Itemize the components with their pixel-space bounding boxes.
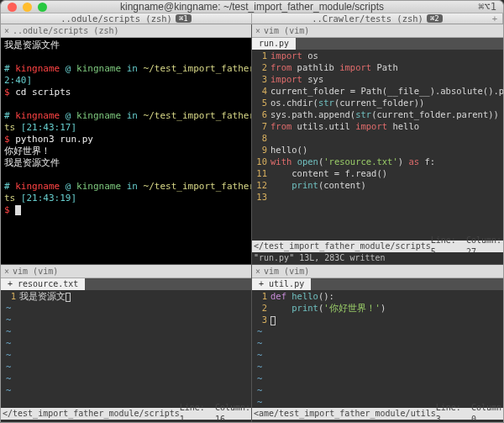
window-title: kingname@kingname: ~/test_import_father_… [1, 1, 503, 13]
tab-strip: ..odule/scripts (zsh) ⌘1 ..Crawler/tests… [1, 13, 503, 24]
code-area[interactable]: 1我是资源文 ~ ~ ~ ~ ~ ~ ~ ~ [1, 290, 251, 408]
cursor-icon [15, 205, 21, 215]
shortcut-label: ⌘⌥1 [478, 1, 496, 13]
buffer-tabs: + resource.txt [1, 278, 251, 290]
pane-bottom-left: × vim (vim) + resource.txt 1我是资源文 ~ ~ ~ … [1, 265, 252, 423]
traffic-lights [8, 3, 47, 12]
pane-top-left: × ..odule/scripts (zsh) 我是资源文件 # kingnam… [1, 24, 252, 265]
terminal-window: kingname@kingname: ~/test_import_father_… [0, 0, 504, 423]
titlebar[interactable]: kingname@kingname: ~/test_import_father_… [1, 1, 503, 13]
close-pane-icon[interactable]: × [255, 267, 260, 276]
pane-top-right: × vim (vim) run.py 1import os 2from path… [252, 24, 503, 265]
status-line: </test_import_father_module/scriptsLine:… [1, 408, 251, 420]
editor[interactable]: run.py 1import os 2from pathlib import P… [252, 38, 503, 264]
terminal-output[interactable]: 我是资源文件 # kingname @ kingname in ~/test_i… [1, 38, 251, 264]
buffer-tab[interactable]: + util.py [252, 278, 311, 290]
tab-badge: ⌘1 [176, 14, 192, 23]
message-line: "run.py" 13L, 283C written [252, 252, 503, 264]
code-area[interactable]: 1def hello(): 2 print('你好世界！') 3 ~ ~ ~ ~… [252, 290, 503, 408]
close-icon[interactable] [8, 3, 17, 12]
close-pane-icon[interactable]: × [4, 26, 9, 35]
pane-title: vim (vim) [264, 26, 309, 35]
pane-header[interactable]: × vim (vim) [252, 24, 503, 38]
close-pane-icon[interactable]: × [4, 267, 9, 276]
status-path: </test_import_father_module/scripts [254, 241, 431, 252]
status-path: <ame/test_import_father_module/utils [254, 408, 436, 420]
pane-title: ..odule/scripts (zsh) [13, 26, 118, 35]
status-line: <ame/test_import_father_module/utilsLine… [252, 408, 503, 420]
pane-header[interactable]: × vim (vim) [1, 265, 251, 278]
code-area[interactable]: 1import os 2from pathlib import Path 3im… [252, 50, 503, 241]
minimize-icon[interactable] [23, 3, 32, 12]
pane-header[interactable]: × ..odule/scripts (zsh) [1, 24, 251, 38]
tab-badge: ⌘2 [427, 14, 443, 23]
message-line [252, 420, 503, 423]
output-line: 我是资源文件 [4, 40, 60, 50]
tab-right[interactable]: ..Crawler/tests (zsh) ⌘2 + [252, 13, 503, 24]
buffer-tabs: + util.py [252, 278, 503, 290]
pane-title: vim (vim) [264, 267, 309, 276]
new-tab-button[interactable]: + [492, 13, 497, 24]
tab-label: ..Crawler/tests (zsh) [312, 13, 423, 24]
buffer-tab[interactable]: run.py [252, 38, 296, 50]
cursor-icon [66, 293, 71, 302]
pane-header[interactable]: × vim (vim) [252, 265, 503, 278]
tab-label: ..odule/scripts (zsh) [60, 13, 172, 24]
editor[interactable]: + resource.txt 1我是资源文 ~ ~ ~ ~ ~ ~ ~ ~ </… [1, 278, 251, 423]
cursor-icon [270, 316, 276, 325]
status-line: </test_import_father_module/scriptsLine:… [252, 241, 503, 252]
buffer-tab[interactable]: + resource.txt [1, 278, 85, 290]
pane-bottom-right: × vim (vim) + util.py 1def hello(): 2 pr… [252, 265, 503, 423]
pane-grid: × ..odule/scripts (zsh) 我是资源文件 # kingnam… [1, 24, 503, 423]
tab-left[interactable]: ..odule/scripts (zsh) ⌘1 [1, 13, 252, 24]
status-path: </test_import_father_module/scripts [3, 408, 180, 420]
maximize-icon[interactable] [38, 3, 47, 12]
buffer-tabs: run.py [252, 38, 503, 50]
message-line [1, 420, 251, 423]
pane-title: vim (vim) [13, 267, 58, 276]
editor[interactable]: + util.py 1def hello(): 2 print('你好世界！')… [252, 278, 503, 423]
close-pane-icon[interactable]: × [255, 26, 260, 35]
